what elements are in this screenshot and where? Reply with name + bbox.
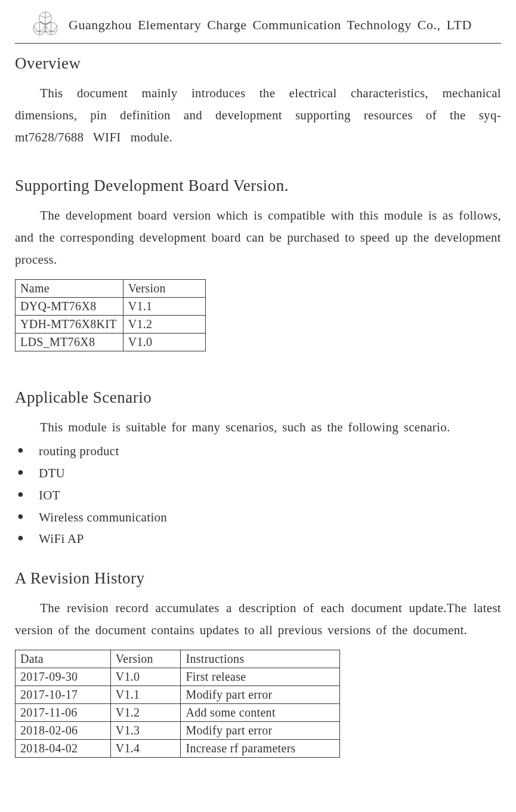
company-name: Guangzhou Elementary Charge Communicatio… [69,17,472,33]
col-date: Data [16,650,111,668]
table-row: 2017-10-17 V1.1 Modify part error [16,686,340,703]
cell-date: 2018-02-06 [16,721,111,739]
devboard-heading: Supporting Development Board Version. [15,177,501,195]
page-header: Guangzhou Elementary Charge Communicatio… [15,11,501,44]
cell-version: V1.0 [110,668,181,686]
overview-text: This document mainly introduces the elec… [15,82,501,148]
table-row: LDS_MT76X8 V1.0 [16,333,206,351]
table-header-row: Name Version [16,279,206,297]
table-row: 2017-09-30 V1.0 First release [16,668,340,686]
cell-name: YDH-MT76X8KIT [16,315,123,333]
overview-heading: Overview [15,54,501,73]
table-header-row: Data Version Instructions [16,650,340,668]
cell-version: V1.4 [110,739,181,757]
scenario-list: routing product DTU IOT Wireless communi… [15,440,501,550]
cell-instructions: Add some content [181,703,340,721]
list-item: IOT [15,484,501,507]
list-item: DTU [15,462,501,484]
cell-name: LDS_MT76X8 [16,333,123,351]
col-name: Name [16,279,123,297]
cell-date: 2017-11-06 [16,703,111,721]
cell-instructions: Modify part error [181,721,340,739]
cell-version: V1.1 [110,686,181,703]
scenario-heading: Applicable Scenario [15,388,501,407]
cell-version: V1.2 [110,703,181,721]
revision-table: Data Version Instructions 2017-09-30 V1.… [15,650,340,758]
list-item: Wireless communication [15,507,501,529]
table-row: DYQ-MT76X8 V1.1 [16,297,206,315]
cell-date: 2017-09-30 [16,668,111,686]
table-row: 2017-11-06 V1.2 Add some content [16,703,340,721]
list-item: routing product [15,440,501,462]
col-version: Version [123,279,205,297]
cell-instructions: Increase rf parameters [181,739,340,757]
cell-version: V1.1 [123,297,205,315]
revision-text: The revision record accumulates a descri… [15,597,501,641]
cell-date: 2017-10-17 [16,686,111,703]
scenario-text: This module is suitable for many scenari… [15,416,501,439]
cell-date: 2018-04-02 [16,739,111,757]
col-version: Version [110,650,181,668]
cell-instructions: Modify part error [181,686,340,703]
company-logo-icon [28,11,63,39]
page-content: Overview This document mainly introduces… [0,54,516,758]
revision-heading: A Revision History [15,569,501,588]
table-row: 2018-02-06 V1.3 Modify part error [16,721,340,739]
col-instructions: Instructions [181,650,340,668]
devboard-text: The development board version which is c… [15,205,501,270]
table-row: YDH-MT76X8KIT V1.2 [16,315,206,333]
list-item: WiFi AP [15,528,501,550]
cell-version: V1.3 [110,721,181,739]
cell-version: V1.2 [123,315,205,333]
cell-version: V1.0 [123,333,205,351]
cell-instructions: First release [181,668,340,686]
devboard-table: Name Version DYQ-MT76X8 V1.1 YDH-MT76X8K… [15,279,206,351]
cell-name: DYQ-MT76X8 [16,297,123,315]
table-row: 2018-04-02 V1.4 Increase rf parameters [16,739,340,757]
